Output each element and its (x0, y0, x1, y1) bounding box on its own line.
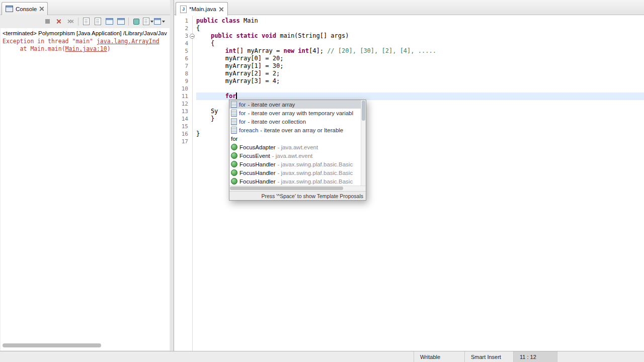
gutter-line: 14 (174, 115, 196, 123)
console-lines: Exception in thread "main" java.lang.Arr… (1, 38, 170, 53)
fold-margin (188, 17, 195, 25)
console-view: Console <terminated> Polymo (0, 0, 171, 351)
show-console-on-stderr-button[interactable] (115, 16, 126, 27)
fold-margin (188, 138, 195, 145)
sash-divider[interactable] (170, 0, 174, 351)
dropdown-arrow-icon (162, 21, 165, 23)
code-line[interactable]: { (196, 40, 644, 47)
code-line[interactable]: myArray[3] = 4; (196, 77, 644, 85)
code-line[interactable]: myArray[0] = 20; (196, 55, 644, 62)
code-line[interactable]: public static void main(String[] args) (196, 32, 644, 40)
proposal-item[interactable]: FocusEvent - java.awt.event (229, 151, 366, 160)
code-segment: Main (240, 17, 258, 24)
template-icon (231, 110, 237, 117)
proposal-item[interactable]: FocusAdapter - java.awt.event (229, 143, 366, 151)
terminate-icon (45, 19, 50, 24)
tab-main-java[interactable]: *Main.java (176, 2, 228, 16)
class-icon (231, 144, 237, 150)
proposal-list: for - iterate over arrayfor - iterate ov… (229, 100, 366, 186)
popup-vertical-scrollbar[interactable] (361, 100, 366, 186)
line-number: 5 (175, 47, 188, 55)
proposal-item[interactable]: for - iterate over array with temporary … (229, 109, 366, 117)
code-line[interactable]: myArray[2] = 2; (196, 70, 644, 77)
scrollbar-thumb[interactable] (362, 101, 365, 121)
fold-margin (188, 25, 195, 32)
status-bar: Writable Smart Insert 11 : 12 (0, 351, 644, 362)
popup-footer-hint: Press '^Space' to show Template Proposal… (229, 191, 366, 200)
proposal-item[interactable]: FocusHandler - javax.swing.plaf.basic.Ba… (229, 168, 366, 177)
gutter-line: 17 (174, 138, 196, 145)
line-number: 13 (175, 108, 188, 115)
line-number: 16 (175, 130, 188, 138)
proposal-name: FocusHandler (239, 178, 276, 185)
fold-margin (188, 70, 195, 77)
code-segment (218, 17, 221, 24)
line-number: 8 (175, 70, 188, 77)
tab-console[interactable]: Console (2, 2, 48, 15)
code-segment: public (196, 17, 218, 24)
display-selected-console-button[interactable] (142, 16, 153, 27)
proposal-item[interactable]: for (229, 134, 366, 143)
fold-collapse-icon[interactable] (190, 34, 195, 39)
scrollbar-thumb[interactable] (230, 187, 343, 190)
proposal-name: FocusAdapter (239, 144, 276, 150)
close-icon[interactable] (39, 7, 44, 11)
code-line[interactable]: int[] myArray = new int[4]; // [20], [30… (196, 47, 644, 55)
open-console-button[interactable] (154, 16, 165, 27)
editor-tab-label: *Main.java (189, 6, 216, 12)
code-segment: } (196, 130, 200, 137)
close-icon[interactable] (219, 7, 223, 12)
template-icon (231, 101, 237, 108)
stacktrace-link[interactable]: java.lang.ArrayInd (97, 38, 159, 45)
proposal-item[interactable]: FocusHandler - javax.swing.plaf.basic.Ba… (229, 177, 366, 186)
code-line[interactable]: { (196, 25, 644, 32)
code-segment: { (196, 25, 200, 32)
fold-margin (188, 85, 195, 93)
proposal-item[interactable]: for - iterate over array (229, 100, 366, 109)
code-segment: { (196, 40, 214, 47)
remove-launch-button[interactable] (53, 16, 64, 27)
console-icon (6, 6, 13, 12)
line-number: 7 (175, 62, 188, 70)
code-line[interactable] (196, 85, 644, 93)
scroll-lock-button[interactable] (92, 16, 103, 27)
gutter-line: 2 (174, 25, 196, 32)
proposal-name: for (239, 119, 246, 125)
class-icon (231, 152, 237, 159)
code-line[interactable]: public class Main (196, 17, 644, 25)
code-line[interactable]: for (196, 93, 644, 100)
terminate-button[interactable] (42, 16, 53, 27)
scrollbar-thumb[interactable] (3, 343, 101, 347)
fold-margin (188, 32, 195, 40)
stacktrace-link[interactable]: Main.java:10 (65, 45, 107, 52)
console-horizontal-scrollbar[interactable] (3, 343, 165, 347)
show-console-on-stdout-button[interactable] (104, 16, 115, 27)
template-icon (231, 127, 237, 134)
fold-margin (188, 40, 195, 47)
gutter-line: 7 (174, 62, 196, 70)
console-error-line: Exception in thread "main" java.lang.Arr… (1, 38, 170, 45)
popup-horizontal-scrollbar[interactable] (229, 186, 366, 191)
code-segment (196, 32, 211, 39)
fold-margin (188, 123, 195, 130)
code-segment (196, 47, 225, 54)
line-number-gutter: 1234567891011121314151617 (174, 17, 196, 145)
gutter-line: 11 (174, 93, 196, 100)
line-number: 1 (175, 17, 188, 25)
proposal-name: FocusEvent (239, 153, 270, 159)
pin-console-button[interactable] (131, 16, 142, 27)
code-segment: for (225, 93, 236, 100)
line-number: 4 (175, 40, 188, 47)
code-line[interactable]: myArray[1] = 30; (196, 62, 644, 70)
console-output[interactable]: <terminated> Polymorphism [Java Applicat… (1, 28, 170, 350)
proposal-item[interactable]: for - iterate over collection (229, 117, 366, 126)
remove-all-terminated-button[interactable] (65, 16, 76, 27)
proposal-item[interactable]: FocusHandler - javax.swing.plaf.basic.Ba… (229, 160, 366, 168)
proposal-description: - javax.swing.plaf.basic.Basic (278, 178, 353, 185)
clear-console-button[interactable] (80, 16, 92, 27)
gutter-line: 10 (174, 85, 196, 93)
line-number: 3 (175, 32, 188, 40)
proposal-item[interactable]: foreach - iterate over an array or Itera… (229, 126, 366, 134)
code-segment: static (236, 32, 258, 39)
code-segment: int (298, 47, 309, 54)
